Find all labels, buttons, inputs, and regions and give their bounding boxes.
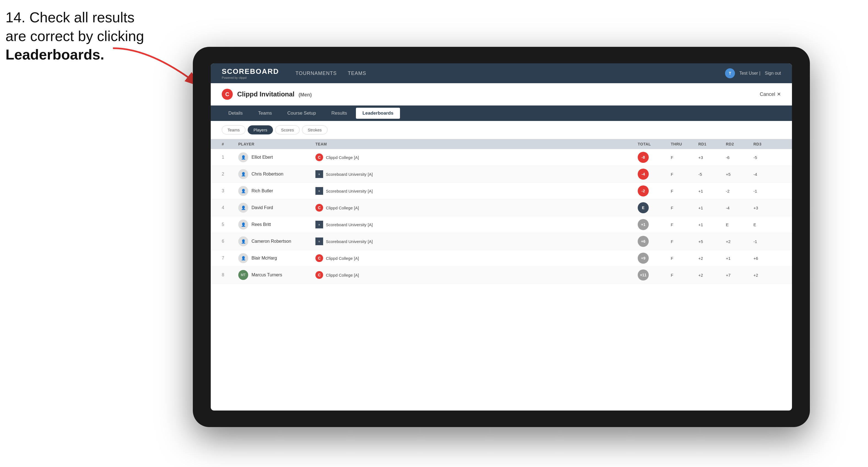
player-name: Elliot Ebert <box>251 155 273 160</box>
tab-results[interactable]: Results <box>325 108 354 119</box>
navbar: SCOREBOARD Powered by clippd TOURNAMENTS… <box>211 63 792 83</box>
tab-details[interactable]: Details <box>222 108 249 119</box>
avatar: MT <box>238 270 248 280</box>
score-badge: +1 <box>638 219 649 230</box>
filter-scores[interactable]: Scores <box>275 125 300 134</box>
score-badge: +9 <box>638 253 649 264</box>
row-num: 6 <box>222 239 238 244</box>
col-team: TEAM <box>315 142 638 146</box>
instruction-line2: are correct by clicking <box>5 28 144 44</box>
rd3-val: +3 <box>753 206 781 210</box>
team-name: Clippd College [A] <box>326 206 359 210</box>
team-cell: C Clippd College [A] <box>315 204 638 212</box>
team-name: Scoreboard University [A] <box>326 172 373 177</box>
player-name: Chris Robertson <box>251 172 283 177</box>
col-thru: THRU <box>671 142 698 146</box>
team-logo: C <box>315 204 323 212</box>
col-thru-val: F <box>671 189 698 193</box>
table-row: 4 👤 David Ford C Clippd College [A] E F … <box>211 199 792 216</box>
filter-players[interactable]: Players <box>248 125 273 134</box>
tab-leaderboards[interactable]: Leaderboards <box>356 108 400 119</box>
player-cell: 👤 Chris Robertson <box>238 169 315 179</box>
col-thru-val: F <box>671 172 698 177</box>
rd2-val: -6 <box>726 155 753 160</box>
team-cell: ≡ Scoreboard University [A] <box>315 170 638 178</box>
rd1-val: +3 <box>698 155 726 160</box>
tab-course-setup[interactable]: Course Setup <box>281 108 322 119</box>
rd3-val: -1 <box>753 239 781 244</box>
team-logo: ≡ <box>315 238 323 245</box>
row-num: 8 <box>222 273 238 277</box>
rd3-val: -1 <box>753 189 781 193</box>
score-badge: E <box>638 202 649 213</box>
tablet-screen: SCOREBOARD Powered by clippd TOURNAMENTS… <box>211 63 792 410</box>
table-row: 7 👤 Blair McHarg C Clippd College [A] +9… <box>211 250 792 267</box>
user-name: Test User | <box>739 71 760 76</box>
team-logo: C <box>315 271 323 279</box>
score-badge: +11 <box>638 270 649 280</box>
logo-sub: Powered by clippd <box>222 76 279 79</box>
instruction-line1: 14. Check all results <box>5 9 134 25</box>
rd3-val: -5 <box>753 155 781 160</box>
table-header: # PLAYER TEAM TOTAL THRU RD1 RD2 RD3 <box>211 139 792 149</box>
table-row: 1 👤 Elliot Ebert C Clippd College [A] -8… <box>211 149 792 166</box>
rd3-val: E <box>753 222 781 227</box>
filter-teams[interactable]: Teams <box>222 125 245 134</box>
player-name: Marcus Turners <box>251 273 282 277</box>
table-body: 1 👤 Elliot Ebert C Clippd College [A] -8… <box>211 149 792 410</box>
player-cell: 👤 Blair McHarg <box>238 253 315 263</box>
tab-teams[interactable]: Teams <box>251 108 279 119</box>
avatar: 👤 <box>238 186 248 196</box>
row-num: 1 <box>222 155 238 160</box>
rd3-val: +2 <box>753 273 781 277</box>
score-badge: +6 <box>638 236 649 247</box>
col-thru-val: F <box>671 155 698 160</box>
team-logo: C <box>315 254 323 262</box>
score-badge: -4 <box>638 168 649 180</box>
player-cell: 👤 Rees Britt <box>238 220 315 229</box>
rd1-val: +1 <box>698 206 726 210</box>
rd2-val: +1 <box>726 256 753 261</box>
player-name: Rich Butler <box>251 188 273 193</box>
team-cell: ≡ Scoreboard University [A] <box>315 221 638 228</box>
team-name: Clippd College [A] <box>326 155 359 160</box>
logo-area: SCOREBOARD Powered by clippd <box>222 67 279 79</box>
team-cell: C Clippd College [A] <box>315 271 638 279</box>
team-logo: ≡ <box>315 221 323 228</box>
col-player: PLAYER <box>238 142 315 146</box>
tablet-device: SCOREBOARD Powered by clippd TOURNAMENTS… <box>193 47 810 427</box>
table-row: 5 👤 Rees Britt ≡ Scoreboard University [… <box>211 216 792 233</box>
cancel-button[interactable]: Cancel ✕ <box>760 91 781 97</box>
team-logo: ≡ <box>315 170 323 178</box>
team-cell: C Clippd College [A] <box>315 153 638 161</box>
nav-tournaments[interactable]: TOURNAMENTS <box>296 68 337 79</box>
player-cell: 👤 Cameron Robertson <box>238 237 315 246</box>
table-row: 6 👤 Cameron Robertson ≡ Scoreboard Unive… <box>211 233 792 250</box>
rd3-val: -4 <box>753 172 781 177</box>
logo-text: SCOREBOARD <box>222 67 279 76</box>
col-thru-val: F <box>671 206 698 210</box>
rd2-val: +2 <box>726 239 753 244</box>
col-thru-val: F <box>671 273 698 277</box>
rd2-val: E <box>726 222 753 227</box>
row-num: 3 <box>222 188 238 193</box>
nav-teams[interactable]: TEAMS <box>348 68 366 79</box>
col-rd2: RD2 <box>726 142 753 146</box>
tournament-logo: C <box>222 89 233 100</box>
sign-out-link[interactable]: Sign out <box>765 71 781 76</box>
filter-strokes[interactable]: Strokes <box>302 125 328 134</box>
user-avatar: T <box>725 68 735 78</box>
player-name: Blair McHarg <box>251 256 277 261</box>
table-row: 2 👤 Chris Robertson ≡ Scoreboard Univers… <box>211 166 792 183</box>
rd1-val: +1 <box>698 222 726 227</box>
avatar: 👤 <box>238 220 248 229</box>
col-thru-val: F <box>671 222 698 227</box>
team-name: Scoreboard University [A] <box>326 239 373 244</box>
team-name: Scoreboard University [A] <box>326 222 373 227</box>
table-row: 8 MT Marcus Turners C Clippd College [A]… <box>211 267 792 283</box>
filter-bar: Teams Players Scores Strokes <box>211 121 792 139</box>
team-logo: C <box>315 153 323 161</box>
col-thru-val: F <box>671 256 698 261</box>
nav-links: TOURNAMENTS TEAMS <box>296 68 725 79</box>
tournament-header: C Clippd Invitational (Men) Cancel ✕ <box>211 83 792 105</box>
